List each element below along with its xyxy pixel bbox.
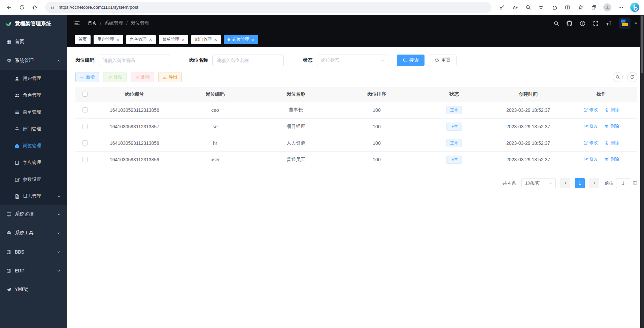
breadcrumb-home[interactable]: 首页 xyxy=(88,20,97,26)
bing-icon[interactable] xyxy=(630,3,639,12)
browser-back-button[interactable] xyxy=(3,2,15,13)
header-search-icon[interactable] xyxy=(553,21,559,26)
sidebar-item-dept-manage[interactable]: 部门管理 xyxy=(0,121,67,137)
read-aloud-icon[interactable] xyxy=(509,2,521,13)
browser-home-button[interactable] xyxy=(29,2,40,13)
sidebar-item-system-tools[interactable]: 系统工具 xyxy=(0,224,67,242)
globe-icon xyxy=(6,250,11,255)
app-logo[interactable]: 意框架管理系统 xyxy=(0,15,67,32)
tab-home[interactable]: 首页 xyxy=(75,35,91,44)
row-edit-link[interactable]: 修改 xyxy=(583,156,598,162)
add-favorite-icon[interactable] xyxy=(536,2,547,13)
refresh-table-button[interactable] xyxy=(627,72,637,82)
status-select[interactable]: 岗位状态 xyxy=(317,55,388,66)
browser-settings-icon[interactable] xyxy=(615,2,626,13)
sidebar-item-yi-framework[interactable]: Yi框架 xyxy=(0,280,67,299)
row-checkbox[interactable] xyxy=(82,140,88,145)
zoom-icon[interactable] xyxy=(522,2,534,13)
font-size-icon[interactable] xyxy=(606,21,612,26)
sidebar-item-dict-manage[interactable]: 字典管理 xyxy=(0,154,67,171)
post-name-label: 岗位名称 xyxy=(189,57,208,63)
close-icon[interactable]: × xyxy=(116,37,120,42)
delete-button[interactable]: 删除 xyxy=(131,72,154,82)
sidebar-item-param-settings[interactable]: 参数设置 xyxy=(0,171,67,188)
split-screen-icon[interactable] xyxy=(562,2,573,13)
row-delete-link[interactable]: 删除 xyxy=(605,107,619,113)
sidebar-item-role-manage[interactable]: 角色管理 xyxy=(0,87,67,104)
favorites-icon[interactable] xyxy=(575,2,586,13)
help-icon[interactable] xyxy=(580,21,585,26)
app-title: 意框架管理系统 xyxy=(15,20,52,27)
row-checkbox[interactable] xyxy=(82,107,88,112)
col-post-sort: 岗位排序 xyxy=(336,87,417,102)
browser-refresh-button[interactable] xyxy=(16,2,28,13)
trash-icon xyxy=(605,157,609,162)
close-icon[interactable]: × xyxy=(251,37,255,42)
row-delete-link[interactable]: 删除 xyxy=(605,140,619,146)
row-edit-link[interactable]: 修改 xyxy=(583,107,598,113)
collapse-sidebar-icon[interactable] xyxy=(74,20,80,26)
table-row: 1641030593112313856 ceo 董事长 100 正常 2023-… xyxy=(75,102,637,118)
sidebar-item-menu-manage[interactable]: 菜单管理 xyxy=(0,104,67,121)
browser-profile-avatar[interactable] xyxy=(603,3,611,11)
post-name-input[interactable] xyxy=(212,55,284,66)
sidebar-item-system-manage[interactable]: 系统管理 xyxy=(0,51,67,70)
post-sort: 100 xyxy=(336,118,417,135)
edit-button[interactable]: 修改 xyxy=(103,72,127,82)
sidebar-item-home[interactable]: 首页 xyxy=(0,32,67,51)
monitor-icon xyxy=(6,212,11,217)
page-number-1[interactable]: 1 xyxy=(575,178,585,188)
sidebar-item-bbs[interactable]: BBS xyxy=(0,242,67,261)
close-icon[interactable]: × xyxy=(149,37,152,42)
row-checkbox[interactable] xyxy=(82,124,88,129)
close-icon[interactable]: × xyxy=(214,37,217,42)
row-checkbox[interactable] xyxy=(82,157,88,162)
search-button[interactable]: 搜索 xyxy=(397,55,425,66)
prev-page-button[interactable] xyxy=(560,178,570,188)
goto-page-input[interactable] xyxy=(616,178,630,188)
add-button[interactable]: 新增 xyxy=(75,72,99,82)
row-delete-link[interactable]: 删除 xyxy=(605,156,619,162)
row-edit-link[interactable]: 修改 xyxy=(583,123,598,129)
row-edit-link[interactable]: 修改 xyxy=(583,140,598,146)
post-code-input[interactable] xyxy=(99,55,170,66)
sidebar-item-user-manage[interactable]: 用户管理 xyxy=(0,70,67,87)
row-delete-link[interactable]: 删除 xyxy=(605,123,619,129)
url-text[interactable]: https://ccnetcore.com:1101/system/post xyxy=(59,5,138,10)
password-key-icon[interactable] xyxy=(496,2,508,13)
globe-icon xyxy=(6,268,11,273)
tab-post-manage[interactable]: 岗位管理 × xyxy=(224,35,258,44)
tab-menu-manage[interactable]: 菜单管理 × xyxy=(159,35,189,44)
tab-user-manage[interactable]: 用户管理 × xyxy=(94,35,123,44)
github-icon[interactable] xyxy=(567,21,572,26)
next-page-button[interactable] xyxy=(589,178,599,188)
tab-dept-manage[interactable]: 部门管理 × xyxy=(191,35,221,44)
tab-bar: 首页 用户管理 × 角色管理 × 菜单管理 × 部门管理 × 岗位管理 × xyxy=(67,32,644,47)
export-button[interactable]: 导出 xyxy=(158,72,182,82)
extensions-icon[interactable] xyxy=(549,2,560,13)
breadcrumb-system[interactable]: 系统管理 xyxy=(104,20,123,26)
reset-button[interactable]: 重置 xyxy=(429,55,456,66)
sidebar-item-post-manage[interactable]: 岗位管理 xyxy=(0,137,67,154)
collections-icon[interactable] xyxy=(588,2,600,13)
scrollbar-thumb[interactable] xyxy=(641,16,643,73)
user-avatar[interactable] xyxy=(619,18,631,29)
page-scrollbar[interactable] xyxy=(640,15,644,328)
page-size-select[interactable]: 10条/页 xyxy=(521,178,556,188)
status-select-placeholder: 岗位状态 xyxy=(321,57,339,63)
post-id: 1641030593112313857 xyxy=(94,118,175,135)
show-search-button[interactable] xyxy=(613,72,623,82)
tab-role-manage[interactable]: 角色管理 × xyxy=(126,35,156,44)
sidebar-item-erp[interactable]: ERP xyxy=(0,261,67,280)
sidebar-item-system-monitor[interactable]: 系统监控 xyxy=(0,205,67,224)
col-actions: 操作 xyxy=(565,87,637,102)
sidebar-item-log-manage[interactable]: 日志管理 xyxy=(0,188,67,205)
edit-square-icon xyxy=(14,177,20,182)
select-all-checkbox[interactable] xyxy=(82,92,88,97)
close-icon[interactable]: × xyxy=(182,37,185,42)
paper-plane-icon xyxy=(6,287,11,292)
address-bar[interactable]: https://ccnetcore.com:1101/system/post xyxy=(45,2,492,13)
fullscreen-icon[interactable] xyxy=(593,21,599,26)
page-suffix: 页 xyxy=(633,180,637,186)
caret-down-icon[interactable] xyxy=(635,23,637,24)
